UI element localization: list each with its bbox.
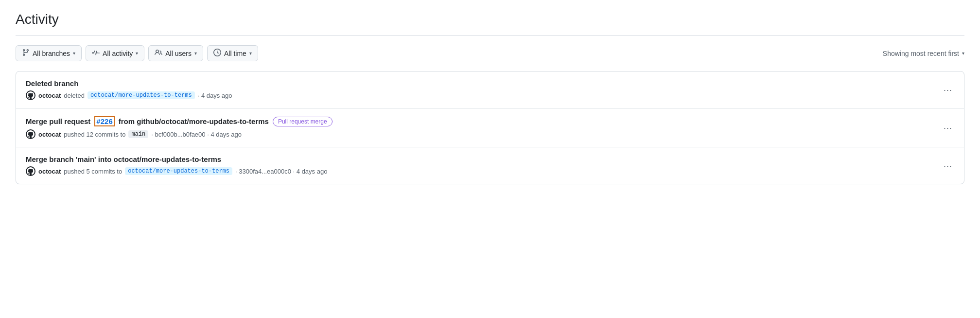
filter-branches-label: All branches xyxy=(33,50,70,57)
activity-title: Deleted branch xyxy=(26,79,954,88)
filter-users-label: All users xyxy=(165,50,192,57)
filter-time[interactable]: All time ▾ xyxy=(207,45,258,61)
title-prefix: Merge pull request xyxy=(26,117,90,125)
divider xyxy=(16,35,964,35)
toolbar-filters: All branches ▾ All activity ▾ All users … xyxy=(16,45,258,61)
chevron-down-icon: ▾ xyxy=(73,51,75,56)
sort-button[interactable]: Showing most recent first ▾ xyxy=(883,50,964,57)
avatar xyxy=(26,129,35,139)
pr-badge: Pull request merge xyxy=(273,117,332,126)
action-text: pushed 5 commits to xyxy=(64,168,122,175)
branch-badge[interactable]: octocat/more-updates-to-terms xyxy=(88,91,195,99)
branch-badge[interactable]: main xyxy=(128,130,148,138)
actor-name: octocat xyxy=(38,92,61,99)
branch-icon xyxy=(22,49,30,58)
filter-time-label: All time xyxy=(224,50,246,57)
actor-name: octocat xyxy=(38,168,61,175)
users-icon xyxy=(155,49,162,58)
action-text: deleted xyxy=(64,92,85,99)
activity-item: Merge branch 'main' into octocat/more-up… xyxy=(16,147,964,184)
actor-name: octocat xyxy=(38,131,61,138)
branch-badge[interactable]: octocat/more-updates-to-terms xyxy=(125,167,232,175)
activity-meta: octocat pushed 5 commits to octocat/more… xyxy=(26,166,954,176)
filter-users[interactable]: All users ▾ xyxy=(148,45,203,61)
chevron-down-icon: ▾ xyxy=(194,51,197,56)
filter-activity-label: All activity xyxy=(103,50,133,57)
activity-list: Deleted branch octocat deleted octocat/m… xyxy=(16,71,964,184)
page-title: Activity xyxy=(16,12,964,27)
chevron-down-icon: ▾ xyxy=(249,51,252,56)
more-options-button[interactable]: ··· xyxy=(940,159,956,173)
avatar xyxy=(26,166,35,176)
more-options-button[interactable]: ··· xyxy=(940,83,956,97)
more-options-button[interactable]: ··· xyxy=(940,121,956,135)
time-text: · bcf000b...b0fae00 · 4 days ago xyxy=(151,131,242,138)
activity-item: Merge pull request #226 from github/octo… xyxy=(16,108,964,147)
sort-label: Showing most recent first xyxy=(883,50,959,57)
title-suffix: from github/octocat/more-updates-to-term… xyxy=(119,117,269,125)
avatar xyxy=(26,90,35,100)
activity-item: Deleted branch octocat deleted octocat/m… xyxy=(16,71,964,108)
pr-link[interactable]: #226 xyxy=(94,116,114,126)
toolbar: All branches ▾ All activity ▾ All users … xyxy=(16,45,964,61)
activity-meta: octocat pushed 12 commits to main · bcf0… xyxy=(26,129,954,139)
filter-branches[interactable]: All branches ▾ xyxy=(16,45,82,61)
time-text: · 3300fa4...ea000c0 · 4 days ago xyxy=(235,168,327,175)
activity-title: Merge branch 'main' into octocat/more-up… xyxy=(26,155,954,163)
activity-icon xyxy=(92,49,100,58)
chevron-down-icon: ▾ xyxy=(136,51,138,56)
time-text: · 4 days ago xyxy=(198,92,232,99)
activity-meta: octocat deleted octocat/more-updates-to-… xyxy=(26,90,954,100)
clock-icon xyxy=(213,49,221,58)
sort-chevron-icon: ▾ xyxy=(962,51,964,56)
action-text: pushed 12 commits to xyxy=(64,131,125,138)
activity-title: Merge pull request #226 from github/octo… xyxy=(26,116,954,126)
filter-activity[interactable]: All activity ▾ xyxy=(86,45,144,61)
